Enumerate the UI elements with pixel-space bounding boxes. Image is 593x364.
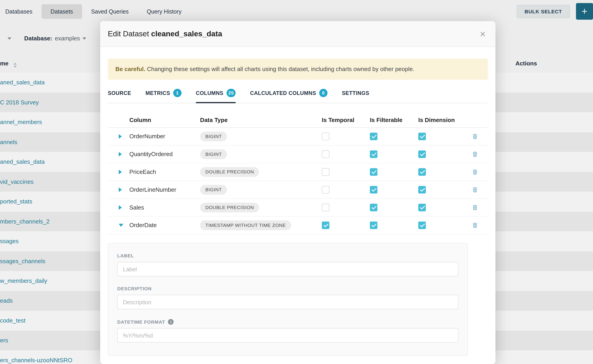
header-is-temporal: Is Temporal	[322, 117, 370, 123]
tab-label: METRICS	[145, 90, 170, 96]
expand-caret-icon[interactable]	[119, 134, 122, 139]
header-is-dimension: Is Dimension	[418, 117, 462, 123]
edit-dataset-modal: Edit Dataset cleaned_sales_data × Be car…	[100, 21, 495, 364]
column-row: PriceEachDOUBLE PRECISION	[108, 163, 488, 181]
metrics-count-badge: 1	[173, 89, 181, 97]
column-row: SalesDOUBLE PRECISION	[108, 199, 488, 217]
data-type-pill: BIGINT	[200, 149, 227, 159]
modal-body: Be careful. Changing these settings will…	[100, 59, 495, 356]
column-row: OrderDateTIMESTAMP WITHOUT TIME ZONE	[108, 216, 488, 234]
column-name: OrderDate	[129, 222, 200, 229]
column-editor-panel: LABEL DESCRIPTION DATETIME FORMAT i	[108, 243, 468, 356]
header-column: Column	[129, 117, 200, 123]
datetime-format-field-label: DATETIME FORMAT i	[117, 319, 459, 325]
is-dimension-checkbox[interactable]	[418, 150, 426, 158]
is-temporal-checkbox[interactable]	[322, 204, 329, 211]
description-input[interactable]	[117, 295, 459, 309]
description-field-label: DESCRIPTION	[117, 286, 459, 291]
is-temporal-checkbox[interactable]	[322, 186, 329, 194]
expand-caret-icon[interactable]	[119, 152, 122, 156]
data-type-pill: BIGINT	[200, 185, 227, 195]
delete-icon[interactable]	[471, 204, 478, 211]
is-dimension-checkbox[interactable]	[418, 186, 426, 194]
column-name: QuantityOrdered	[129, 151, 200, 158]
modal-tabs: SOURCE METRICS 1 COLUMNS 25 CALCULATED C…	[108, 84, 488, 103]
header-data-type: Data Type	[200, 117, 322, 123]
column-name: OrderNumber	[129, 133, 200, 140]
delete-icon[interactable]	[471, 133, 478, 140]
tab-columns[interactable]: COLUMNS 25	[196, 84, 236, 103]
tab-metrics[interactable]: METRICS 1	[145, 84, 181, 103]
is-temporal-checkbox[interactable]	[322, 133, 329, 140]
warning-text: Changing these settings will affect all …	[147, 66, 414, 72]
columns-table-header: Column Data Type Is Temporal Is Filterab…	[108, 112, 488, 128]
is-filterable-checkbox[interactable]	[370, 168, 377, 176]
is-temporal-checkbox[interactable]	[322, 168, 329, 176]
field-label-text: LABEL	[117, 253, 134, 259]
is-dimension-checkbox[interactable]	[418, 204, 426, 211]
field-label-text: DESCRIPTION	[117, 286, 152, 291]
tab-label: CALCULATED COLUMNS	[250, 90, 316, 96]
tab-calculated-columns[interactable]: CALCULATED COLUMNS 0	[250, 84, 327, 103]
label-input[interactable]	[117, 262, 459, 276]
column-row: QuantityOrderedBIGINT	[108, 145, 488, 163]
tab-label: COLUMNS	[196, 90, 223, 96]
is-temporal-checkbox[interactable]	[322, 221, 329, 229]
is-temporal-checkbox[interactable]	[322, 150, 329, 158]
warning-bold: Be careful.	[115, 66, 145, 72]
column-row: OrderNumberBIGINT	[108, 128, 488, 145]
warning-banner: Be careful. Changing these settings will…	[108, 59, 488, 80]
label-field: LABEL	[117, 253, 459, 276]
modal-header: Edit Dataset cleaned_sales_data ×	[100, 21, 495, 47]
is-filterable-checkbox[interactable]	[370, 150, 377, 158]
datetime-format-field: DATETIME FORMAT i	[117, 319, 459, 343]
app: Databases Datasets Saved Queries Query H…	[0, 0, 593, 364]
expand-caret-icon[interactable]	[119, 187, 122, 192]
data-type-pill: BIGINT	[200, 131, 227, 141]
field-label-text: DATETIME FORMAT	[117, 319, 165, 324]
is-filterable-checkbox[interactable]	[370, 204, 377, 211]
expand-caret-icon[interactable]	[119, 205, 122, 210]
expand-caret-icon[interactable]	[119, 170, 122, 174]
column-name: Sales	[129, 204, 200, 211]
is-filterable-checkbox[interactable]	[370, 186, 377, 194]
close-icon[interactable]: ×	[480, 29, 486, 39]
modal-title-prefix: Edit Dataset	[108, 30, 149, 38]
column-name: OrderLineNumber	[129, 186, 200, 193]
data-type-pill: TIMESTAMP WITHOUT TIME ZONE	[200, 220, 291, 230]
is-filterable-checkbox[interactable]	[370, 133, 377, 140]
delete-icon[interactable]	[471, 169, 478, 176]
label-field-label: LABEL	[117, 253, 459, 259]
column-row: OrderLineNumberBIGINT	[108, 181, 488, 199]
info-icon[interactable]: i	[168, 319, 174, 325]
is-dimension-checkbox[interactable]	[418, 133, 426, 140]
delete-icon[interactable]	[471, 186, 478, 193]
delete-icon[interactable]	[471, 222, 478, 229]
tab-settings[interactable]: SETTINGS	[342, 84, 369, 103]
data-type-pill: DOUBLE PRECISION	[200, 167, 259, 177]
is-filterable-checkbox[interactable]	[370, 221, 377, 229]
modal-title-dataset: cleaned_sales_data	[151, 30, 222, 38]
tab-label: SETTINGS	[342, 90, 369, 96]
datetime-format-input[interactable]	[117, 328, 459, 343]
columns-count-badge: 25	[226, 89, 236, 97]
column-name: PriceEach	[129, 169, 200, 176]
data-type-pill: DOUBLE PRECISION	[200, 202, 259, 212]
collapse-caret-icon[interactable]	[119, 224, 123, 227]
calculated-columns-count-badge: 0	[319, 89, 327, 97]
description-field: DESCRIPTION	[117, 286, 459, 309]
is-dimension-checkbox[interactable]	[418, 168, 426, 176]
delete-icon[interactable]	[471, 151, 478, 158]
tab-source[interactable]: SOURCE	[108, 84, 131, 103]
tab-label: SOURCE	[108, 90, 131, 96]
header-is-filterable: Is Filterable	[370, 117, 418, 123]
columns-table: Column Data Type Is Temporal Is Filterab…	[108, 112, 488, 234]
modal-title: Edit Dataset cleaned_sales_data	[108, 30, 222, 38]
columns-rows: OrderNumberBIGINTQuantityOrderedBIGINTPr…	[108, 128, 488, 234]
is-dimension-checkbox[interactable]	[418, 221, 426, 229]
